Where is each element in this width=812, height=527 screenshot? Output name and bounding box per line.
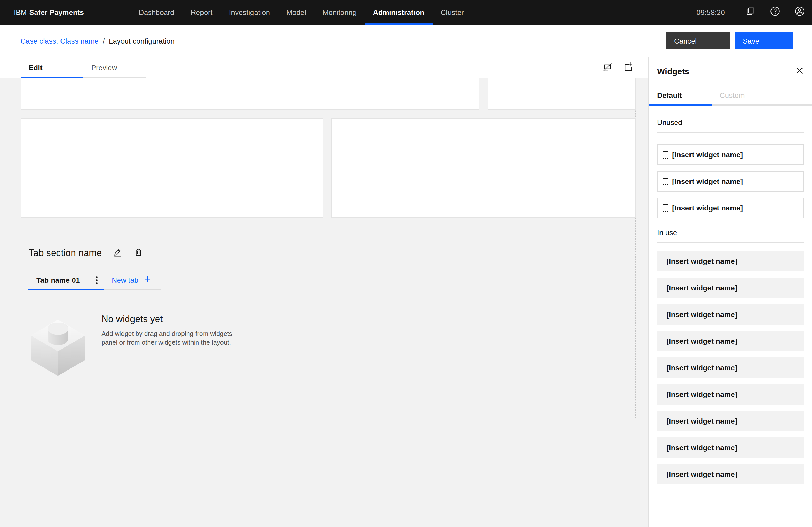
widget-placeholder-box — [20, 118, 323, 218]
tab-options-kebab-icon[interactable] — [90, 275, 104, 285]
breadcrumb: Case class: Class name / Layout configur… — [20, 36, 175, 45]
user-account-button[interactable] — [787, 0, 812, 25]
tab-section-title: Tab section name — [29, 248, 102, 259]
drag-handle-icon[interactable] — [663, 204, 668, 212]
tab-section-header: Tab section name — [29, 248, 636, 259]
widget-placeholder-box — [331, 118, 636, 218]
widget-cube-illustration — [29, 312, 87, 376]
unused-heading: Unused — [657, 118, 804, 133]
in-use-widget-list: [Insert widget name] [Insert widget name… — [657, 251, 804, 484]
empty-state-title: No widgets yet — [102, 314, 236, 325]
editor-tabbar: Edit Preview — [0, 57, 649, 78]
drag-handle-icon[interactable] — [663, 178, 668, 185]
nav-divider — [98, 6, 98, 18]
app-brand[interactable]: IBM Safer Payments — [0, 0, 98, 25]
tab-section: Tab section name — [20, 225, 636, 418]
tab-name-01-label: Tab name 01 — [37, 276, 80, 284]
new-tab-label: New tab — [112, 276, 139, 284]
cancel-button[interactable]: Cancel — [666, 32, 730, 49]
close-panel-button[interactable] — [789, 61, 810, 82]
widgets-panel: Widgets Default Custom Unused — [649, 57, 812, 527]
widget-label: [Insert widget name] — [672, 204, 743, 212]
widget-label: [Insert widget name] — [672, 177, 743, 185]
unused-widget-list: [Insert widget name] [Insert widget name… — [657, 145, 804, 218]
nav-item-report[interactable]: Report — [183, 0, 221, 25]
close-icon — [796, 67, 803, 76]
widget-label: [Insert widget name] — [666, 364, 737, 372]
new-tab-button[interactable]: New tab — [104, 270, 161, 290]
breadcrumb-separator: / — [103, 36, 105, 45]
app-window: IBM Safer Payments Dashboard Report Inve… — [0, 0, 812, 527]
nav-item-monitoring[interactable]: Monitoring — [315, 0, 365, 25]
nav-right: 09:58:20 — [696, 0, 812, 25]
empty-state-description: Add widget by drag and droping from widg… — [102, 330, 236, 347]
widget-label: [Insert widget name] — [666, 443, 737, 452]
widget-placeholder-box — [20, 78, 479, 110]
unused-widget-item[interactable]: [Insert widget name] — [657, 171, 804, 192]
tabs-filler — [774, 86, 812, 106]
help-button[interactable] — [763, 0, 787, 25]
in-use-widget-item[interactable]: [Insert widget name] — [657, 384, 804, 405]
in-use-heading: In use — [657, 228, 804, 243]
page-title: Layout configuration — [109, 36, 175, 45]
in-use-widget-item[interactable]: [Insert widget name] — [657, 358, 804, 378]
tabbar-icons — [597, 57, 638, 78]
layout-editor: Edit Preview — [0, 57, 649, 527]
widgets-panel-header: Widgets — [649, 57, 812, 86]
widgets-panel-body: Unused [Insert widget name] [Insert widg… — [649, 106, 812, 527]
nav-item-model[interactable]: Model — [278, 0, 314, 25]
widgets-panel-title: Widgets — [657, 67, 690, 76]
in-use-widget-item[interactable]: [Insert widget name] — [657, 304, 804, 325]
widget-label: [Insert widget name] — [672, 151, 743, 159]
rename-section-button[interactable] — [113, 249, 122, 258]
widget-label: [Insert widget name] — [666, 337, 737, 345]
edit-pencil-icon — [113, 248, 122, 259]
unused-widget-item[interactable]: [Insert widget name] — [657, 145, 804, 165]
top-nav: IBM Safer Payments Dashboard Report Inve… — [0, 0, 812, 25]
in-use-widget-item[interactable]: [Insert widget name] — [657, 277, 804, 298]
tab-preview[interactable]: Preview — [83, 57, 146, 78]
content: Edit Preview — [0, 57, 812, 527]
drag-handle-icon[interactable] — [663, 151, 668, 159]
nav-item-cluster[interactable]: Cluster — [433, 0, 472, 25]
edit-off-button[interactable] — [597, 58, 618, 78]
tab-default-widgets[interactable]: Default — [649, 86, 712, 106]
in-use-widget-item[interactable]: [Insert widget name] — [657, 437, 804, 458]
layout-canvas: Tab section name — [0, 78, 649, 527]
nav-item-administration[interactable]: Administration — [365, 0, 432, 25]
tab-custom-widgets[interactable]: Custom — [712, 86, 774, 106]
empty-state: No widgets yet Add widget by drag and dr… — [29, 312, 236, 376]
breadcrumb-case-class-link[interactable]: Case class: Class name — [20, 36, 99, 45]
tab-edit[interactable]: Edit — [20, 57, 83, 78]
nav-item-dashboard[interactable]: Dashboard — [130, 0, 183, 25]
header-actions: Cancel Save — [666, 32, 793, 49]
unused-widget-item[interactable]: [Insert widget name] — [657, 198, 804, 218]
in-use-widget-item[interactable]: [Insert widget name] — [657, 464, 804, 484]
help-icon — [770, 6, 780, 18]
widget-label: [Insert widget name] — [666, 417, 737, 425]
session-windows-button[interactable] — [738, 0, 763, 25]
nav-item-investigation[interactable]: Investigation — [221, 0, 278, 25]
in-use-widget-item[interactable]: [Insert widget name] — [657, 331, 804, 351]
add-section-icon — [623, 62, 633, 74]
nav-menu: Dashboard Report Investigation Model Mon… — [130, 0, 472, 25]
page-header: Case class: Class name / Layout configur… — [0, 25, 812, 57]
plus-icon — [144, 275, 151, 284]
in-use-widget-item[interactable]: [Insert widget name] — [657, 251, 804, 271]
widget-label: [Insert widget name] — [666, 390, 737, 398]
widget-placeholder-box — [488, 78, 636, 110]
add-section-button[interactable] — [618, 58, 638, 78]
save-button[interactable]: Save — [735, 32, 793, 49]
duplicate-icon — [745, 6, 756, 18]
widget-label: [Insert widget name] — [666, 257, 737, 265]
user-avatar-icon — [795, 6, 805, 18]
tab-name-01[interactable]: Tab name 01 — [28, 270, 104, 290]
widget-label: [Insert widget name] — [666, 470, 737, 478]
empty-state-text: No widgets yet Add widget by drag and dr… — [102, 314, 236, 376]
in-use-widget-item[interactable]: [Insert widget name] — [657, 411, 804, 431]
edit-off-icon — [602, 62, 613, 74]
trash-icon — [134, 248, 142, 259]
brand-prefix: IBM — [14, 8, 27, 16]
widgets-panel-tabs: Default Custom — [649, 86, 812, 106]
delete-section-button[interactable] — [133, 249, 143, 258]
